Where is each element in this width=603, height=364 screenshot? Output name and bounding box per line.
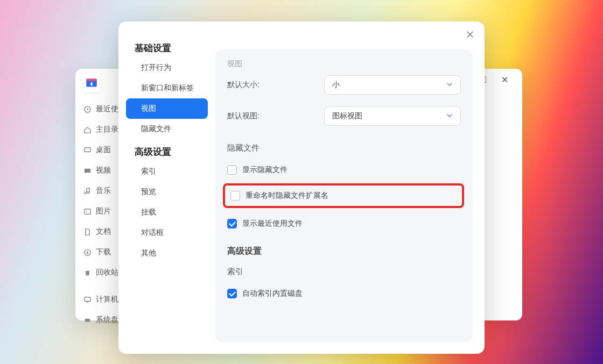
svg-rect-10	[86, 302, 88, 302]
sidebar-label: 回收站	[96, 268, 118, 277]
svg-rect-9	[84, 297, 90, 301]
sidebar-label: 计算机	[96, 295, 118, 304]
select-value: 小	[332, 80, 340, 90]
nav-section-basic: 基础设置	[118, 35, 215, 58]
sidebar-label: 系统盘	[96, 315, 118, 325]
nav-section-advanced: 高级设置	[118, 139, 215, 161]
settings-nav: 基础设置 打开行为 新窗口和新标签 视图 隐藏文件 高级设置 索引 预览 挂载 …	[118, 22, 215, 354]
setting-default-size: 默认大小: 小	[215, 75, 473, 95]
checkbox-icon[interactable]	[227, 165, 237, 175]
close-icon[interactable]: ✕	[501, 75, 508, 85]
checkbox-label: 显示最近使用文件	[242, 219, 303, 229]
svg-point-7	[86, 210, 87, 211]
checkbox-auto-index[interactable]: 自动索引内置磁盘	[215, 284, 473, 303]
setting-default-view: 默认视图: 图标视图	[215, 106, 473, 126]
trash-icon	[83, 268, 92, 277]
picture-icon	[83, 207, 92, 216]
chevron-down-icon	[446, 112, 453, 120]
checkbox-label: 重命名时隐藏文件扩展名	[246, 191, 328, 201]
select-default-size[interactable]: 小	[324, 75, 461, 95]
home-icon	[83, 125, 92, 134]
svg-rect-6	[84, 209, 90, 213]
svg-rect-5	[84, 168, 90, 173]
nav-item-view[interactable]: 视图	[126, 98, 208, 119]
sidebar-label: 文档	[96, 227, 111, 237]
settings-panel: 视图 默认大小: 小 默认视图: 图标视图 隐藏文件 显示隐藏文件 重命名时隐藏…	[215, 49, 473, 342]
sidebar-label: 视频	[96, 166, 111, 175]
checkbox-icon[interactable]	[227, 219, 237, 229]
checkbox-hide-ext-on-rename[interactable]	[230, 191, 240, 201]
sidebar-label: 图片	[96, 206, 111, 216]
sidebar-label: 桌面	[96, 145, 111, 155]
svg-rect-2	[90, 82, 92, 86]
close-icon	[466, 31, 474, 38]
sidebar-label: 音乐	[96, 186, 111, 196]
clock-icon	[83, 105, 92, 113]
sidebar-label: 下载	[96, 247, 111, 257]
nav-item-new-window-tab[interactable]: 新窗口和新标签	[126, 78, 208, 98]
disk-icon	[83, 316, 92, 324]
nav-item-dialog[interactable]: 对话框	[126, 223, 208, 243]
desktop-icon	[83, 146, 92, 154]
nav-item-hidden-files[interactable]: 隐藏文件	[126, 119, 208, 139]
select-value: 图标视图	[332, 111, 362, 121]
settings-dialog: 基础设置 打开行为 新窗口和新标签 视图 隐藏文件 高级设置 索引 预览 挂载 …	[118, 22, 485, 354]
music-icon	[83, 187, 92, 195]
checkbox-label: 显示隐藏文件	[242, 165, 288, 175]
svg-rect-11	[85, 318, 89, 322]
nav-item-other[interactable]: 其他	[126, 243, 208, 263]
app-icon	[82, 73, 101, 92]
nav-item-preview[interactable]: 预览	[126, 182, 208, 202]
computer-icon	[83, 295, 92, 304]
checkbox-show-recent[interactable]: 显示最近使用文件	[215, 215, 473, 233]
file-manager-icon	[85, 76, 99, 90]
window-controls: ✕	[480, 69, 522, 90]
checkbox-label: 自动索引内置磁盘	[242, 289, 303, 298]
nav-item-mount[interactable]: 挂载	[126, 202, 208, 223]
sidebar-label: 最近使	[96, 104, 118, 114]
chevron-down-icon	[446, 81, 453, 89]
dialog-close-button[interactable]	[465, 30, 475, 40]
checkbox-show-hidden[interactable]: 显示隐藏文件	[215, 161, 473, 179]
svg-rect-4	[84, 147, 90, 152]
panel-scrolled-heading: 视图	[215, 59, 473, 69]
checkbox-icon[interactable]	[227, 289, 237, 298]
svg-rect-1	[86, 78, 97, 81]
doc-icon	[83, 227, 92, 236]
sidebar-label: 主目录	[96, 125, 118, 134]
label-default-size: 默认大小:	[227, 80, 324, 90]
highlighted-setting-hide-ext: 重命名时隐藏文件扩展名	[223, 183, 464, 208]
video-icon	[83, 166, 92, 175]
section-hidden-files: 隐藏文件	[215, 138, 473, 161]
download-icon	[83, 248, 92, 256]
section-index: 索引	[215, 265, 473, 284]
select-default-view[interactable]: 图标视图	[324, 106, 461, 126]
section-advanced: 高级设置	[215, 240, 473, 265]
label-default-view: 默认视图:	[227, 111, 324, 121]
nav-item-index[interactable]: 索引	[126, 161, 208, 182]
nav-item-open-behavior[interactable]: 打开行为	[126, 58, 208, 78]
